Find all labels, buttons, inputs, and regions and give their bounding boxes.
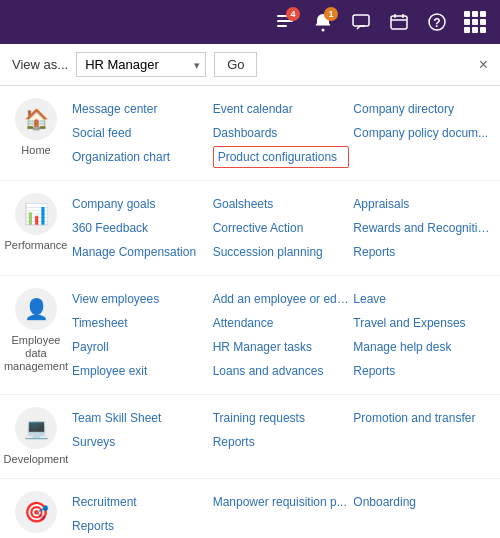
link-item[interactable]: Reports bbox=[353, 360, 490, 382]
link-item[interactable]: Manage Compensation bbox=[72, 241, 209, 263]
link-item[interactable]: Reports bbox=[213, 431, 350, 453]
grid-icon bbox=[464, 11, 486, 33]
link-item[interactable]: Social feed bbox=[72, 122, 209, 144]
link-item[interactable]: Goalsheets bbox=[213, 193, 350, 215]
help-icon[interactable]: ? bbox=[422, 7, 452, 37]
link-item[interactable]: Message center bbox=[72, 98, 209, 120]
svg-rect-5 bbox=[391, 16, 407, 29]
link-item[interactable]: Attendance bbox=[213, 312, 350, 334]
section-development: 💻DevelopmentTeam Skill SheetTraining req… bbox=[0, 395, 500, 479]
link-item[interactable]: Onboarding bbox=[353, 491, 490, 513]
section-employee-data: 👤Employee data managementView employeesA… bbox=[0, 276, 500, 395]
viewas-bar: View as... HR Manager Employee Admin Go … bbox=[0, 44, 500, 86]
link-item[interactable]: Payroll bbox=[72, 336, 209, 358]
main-content: 🏠HomeMessage centerEvent calendarCompany… bbox=[0, 86, 500, 538]
close-button[interactable]: × bbox=[479, 57, 488, 73]
section-label-employee-data: Employee data management bbox=[4, 334, 68, 374]
section-icon-home: 🏠Home bbox=[10, 98, 62, 157]
section-label-performance: Performance bbox=[5, 239, 68, 252]
viewas-label: View as... bbox=[12, 57, 68, 72]
link-item[interactable]: Recruitment bbox=[72, 491, 209, 513]
svg-point-3 bbox=[322, 29, 325, 32]
chat-icon[interactable] bbox=[346, 7, 376, 37]
link-item[interactable]: Reports bbox=[353, 241, 490, 263]
link-item[interactable]: Company goals bbox=[72, 193, 209, 215]
apps-icon[interactable] bbox=[460, 7, 490, 37]
link-item bbox=[353, 515, 490, 537]
links-grid-performance: Company goalsGoalsheetsAppraisals360 Fee… bbox=[72, 193, 490, 263]
link-item[interactable]: Employee exit bbox=[72, 360, 209, 382]
link-item[interactable]: Product configurations bbox=[213, 146, 350, 168]
section-performance: 📊PerformanceCompany goalsGoalsheetsAppra… bbox=[0, 181, 500, 276]
link-item[interactable]: Dashboards bbox=[213, 122, 350, 144]
links-grid-recruitment: RecruitmentManpower requisition p...Onbo… bbox=[72, 491, 490, 537]
svg-rect-2 bbox=[277, 25, 287, 27]
link-item[interactable]: Event calendar bbox=[213, 98, 350, 120]
link-item[interactable]: Team Skill Sheet bbox=[72, 407, 209, 429]
viewas-select[interactable]: HR Manager Employee Admin bbox=[76, 52, 206, 77]
section-label-development: Development bbox=[4, 453, 69, 466]
tasks-badge: 4 bbox=[286, 7, 300, 21]
link-item[interactable]: Loans and advances bbox=[213, 360, 350, 382]
viewas-select-wrap: HR Manager Employee Admin bbox=[76, 52, 206, 77]
link-item[interactable]: Timesheet bbox=[72, 312, 209, 334]
link-item[interactable]: Surveys bbox=[72, 431, 209, 453]
tasks-icon[interactable]: 4 bbox=[270, 7, 300, 37]
icon-development: 💻 bbox=[15, 407, 57, 449]
topbar: 4 1 ? bbox=[0, 0, 500, 44]
section-home: 🏠HomeMessage centerEvent calendarCompany… bbox=[0, 86, 500, 181]
link-item[interactable]: Training requests bbox=[213, 407, 350, 429]
svg-text:?: ? bbox=[433, 16, 440, 30]
link-item[interactable]: Reports bbox=[72, 515, 209, 537]
link-item[interactable]: Organization chart bbox=[72, 146, 209, 168]
go-button[interactable]: Go bbox=[214, 52, 257, 77]
link-item bbox=[353, 431, 490, 453]
links-grid-employee-data: View employeesAdd an employee or edi...L… bbox=[72, 288, 490, 382]
link-item bbox=[353, 146, 490, 168]
section-icon-development: 💻Development bbox=[10, 407, 62, 466]
link-item[interactable]: Company policy docum... bbox=[353, 122, 490, 144]
svg-rect-4 bbox=[353, 15, 369, 26]
alerts-badge: 1 bbox=[324, 7, 338, 21]
section-recruitment: 🎯RecruitmentRecruitmentManpower requisit… bbox=[0, 479, 500, 538]
link-item[interactable]: Company directory bbox=[353, 98, 490, 120]
link-item[interactable]: Corrective Action bbox=[213, 217, 350, 239]
links-grid-home: Message centerEvent calendarCompany dire… bbox=[72, 98, 490, 168]
link-item[interactable]: View employees bbox=[72, 288, 209, 310]
link-item[interactable]: 360 Feedback bbox=[72, 217, 209, 239]
icon-employee-data: 👤 bbox=[15, 288, 57, 330]
alerts-icon[interactable]: 1 bbox=[308, 7, 338, 37]
link-item[interactable]: Leave bbox=[353, 288, 490, 310]
link-item[interactable]: Manage help desk bbox=[353, 336, 490, 358]
link-item[interactable]: HR Manager tasks bbox=[213, 336, 350, 358]
link-item[interactable]: Rewards and Recognitio... bbox=[353, 217, 490, 239]
link-item[interactable]: Succession planning bbox=[213, 241, 350, 263]
icon-performance: 📊 bbox=[15, 193, 57, 235]
links-grid-development: Team Skill SheetTraining requestsPromoti… bbox=[72, 407, 490, 453]
icon-home: 🏠 bbox=[15, 98, 57, 140]
link-item[interactable]: Promotion and transfer bbox=[353, 407, 490, 429]
link-item[interactable]: Manpower requisition p... bbox=[213, 491, 350, 513]
section-icon-employee-data: 👤Employee data management bbox=[10, 288, 62, 374]
section-icon-performance: 📊Performance bbox=[10, 193, 62, 252]
section-icon-recruitment: 🎯Recruitment bbox=[10, 491, 62, 538]
link-item[interactable]: Travel and Expenses bbox=[353, 312, 490, 334]
link-item[interactable]: Add an employee or edi... bbox=[213, 288, 350, 310]
link-item[interactable]: Appraisals bbox=[353, 193, 490, 215]
link-item bbox=[213, 515, 350, 537]
calendar-icon[interactable] bbox=[384, 7, 414, 37]
section-label-home: Home bbox=[21, 144, 50, 157]
icon-recruitment: 🎯 bbox=[15, 491, 57, 533]
